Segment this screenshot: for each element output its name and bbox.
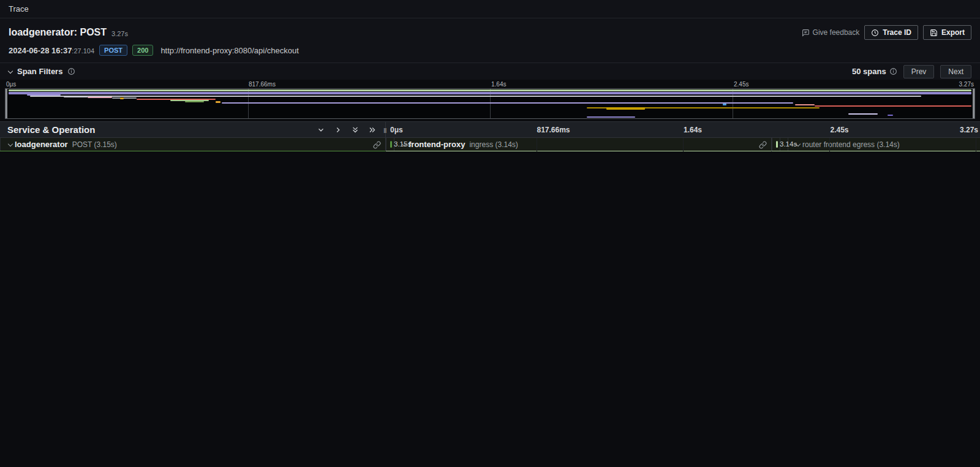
double-chevron-right-icon [368,126,377,134]
timeline-gridline [829,138,830,151]
link-icon [373,141,381,149]
trace-timestamp-fraction: :27.104 [72,47,94,55]
collapse-one-button[interactable] [317,126,325,134]
operation-name: router frontend egress (3.14s) [802,140,900,149]
prev-span-button[interactable]: Prev [903,65,935,78]
give-feedback-link[interactable]: Give feedback [802,28,860,37]
minimap-span-segment [112,97,137,99]
minimap-span-segment [64,96,88,97]
minimap-span-segment [815,105,971,107]
operation-name: POST (3.15s) [72,140,117,149]
span-filters-label: Span Filters [17,67,62,76]
timeline-tick-label: 817.66ms [537,126,570,134]
span-row: loadgeneratorPOST (3.15s)3.15s [0,138,386,151]
export-button[interactable]: Export [923,25,971,40]
service-name: frontend-proxy [409,140,465,149]
feedback-bubble-icon [802,29,810,37]
next-span-button[interactable]: Next [940,65,971,78]
span-row: router frontend egress (3.14s)3.14s [772,138,980,151]
minimap-span-segment [888,115,893,116]
span-duration-bar[interactable] [390,141,392,148]
minimap-span-segment [27,94,61,96]
minimap-span-segment [795,104,815,105]
timeline-tick-label: 2.45s [830,126,848,134]
trace-timestamp: 2024-06-28 16:37 [9,46,72,55]
timeline-tick-label: 3.27s [960,126,978,134]
service-operation-header: Service & Operation [7,124,95,135]
save-icon [930,29,938,37]
operation-name: ingress (3.14s) [469,140,518,149]
minimap-span-segment [587,116,635,118]
span-name-cell[interactable]: frontend-proxyingress (3.14s) [386,138,772,151]
timeline-tick-label: 1.64s [684,126,702,134]
span-name-cell[interactable]: loadgeneratorPOST (3.15s) [0,138,386,151]
span-duration-label: 3.15s [394,140,411,148]
minimap-tick-labels: 0μs817.66ms1.64s2.45s3.27s [5,81,975,88]
span-filters-bar: Span Filters 50 spans Prev Next [0,63,980,80]
minimap-span-segment [216,101,221,103]
span-link-button[interactable] [759,140,767,151]
chevron-right-icon [8,68,13,73]
breadcrumb-bar: Trace [0,0,980,18]
minimap-right-handle[interactable] [973,89,974,118]
double-chevron-down-icon [351,126,360,134]
expand-one-button[interactable] [334,126,342,134]
trace-id-label: Trace ID [883,28,911,37]
timeline-gridline [976,138,976,151]
grid-header: Service & Operation ‖ 0μs817.66ms1.64s2.… [0,121,980,138]
timeline-gridline [683,138,684,151]
trace-id-button[interactable]: Trace ID [864,25,918,40]
minimap-tick-label: 3.27s [959,81,974,88]
breadcrumb[interactable]: Trace [9,4,29,13]
timeline-tick-label: 0μs [390,126,403,134]
link-icon [759,141,767,149]
span-row: frontend-proxyingress (3.14s)3.14s [386,138,772,151]
expand-all-button[interactable] [368,126,377,134]
timeline-header: ‖ 0μs817.66ms1.64s2.45s3.27s [386,122,980,137]
export-label: Export [941,28,965,37]
info-icon [67,67,75,75]
minimap-span-segment [222,102,793,104]
minimap-span-segment [9,92,972,94]
minimap-span-segment [120,97,124,99]
minimap-tick-label: 2.45s [734,81,748,88]
minimap-span-segment [723,104,726,105]
request-url: http://frontend-proxy:8080/api/checkout [160,46,298,55]
minimap-span-segment [30,96,921,97]
minimap-tick-label: 1.64s [491,81,506,88]
trace-minimap[interactable] [5,88,975,119]
chevron-right-icon [334,126,342,134]
chevron-down-icon [317,126,325,134]
span-filters-toggle[interactable]: Span Filters [9,67,75,76]
minimap-span-segment [88,97,112,98]
service-name: loadgenerator [15,140,68,149]
minimap-tick-label: 817.66ms [249,81,276,88]
timeline-gridline [537,138,537,151]
give-feedback-label: Give feedback [813,28,860,37]
span-table: loadgeneratorPOST (3.15s)3.15sfrontend-p… [0,138,980,151]
span-link-button[interactable] [373,140,381,151]
minimap-tick-label: 0μs [6,81,16,88]
trace-minimap-section: 0μs817.66ms1.64s2.45s3.27s [0,80,980,121]
info-icon [889,67,897,75]
column-resize-handle[interactable]: ‖ [383,127,387,134]
http-status-badge: 200 [132,45,153,56]
trace-duration: 3.27s [111,30,128,37]
span-duration-bar[interactable] [776,141,778,148]
collapse-all-button[interactable] [351,126,360,134]
minimap-span-segment [9,89,972,91]
minimap-span-segment [848,113,877,115]
span-name-cell[interactable]: router frontend egress (3.14s) [772,138,980,151]
minimap-left-handle[interactable] [6,89,7,118]
span-duration-label: 3.14s [780,140,797,148]
minimap-span-segment [606,107,645,110]
span-count: 50 spans [852,67,886,76]
http-method-badge: POST [99,45,127,56]
trace-header: loadgenerator: POST 3.27s Give feedback … [0,18,980,63]
clock-icon [871,29,879,37]
minimap-span-segment [185,101,205,102]
chevron-down-icon[interactable] [8,141,13,146]
indent-guides [0,138,6,151]
page-title: loadgenerator: POST [9,27,107,38]
